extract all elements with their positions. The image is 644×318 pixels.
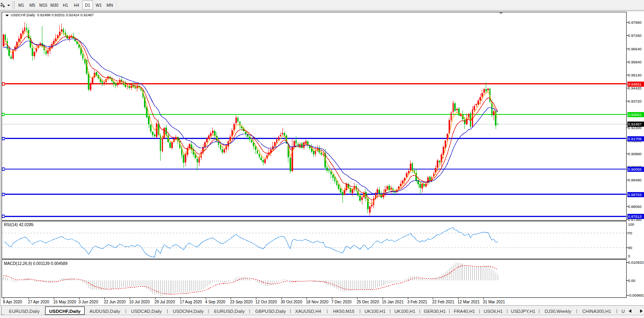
svg-text:W1: W1 xyxy=(96,3,102,8)
svg-text:25 Dec 2020: 25 Dec 2020 xyxy=(357,300,379,304)
svg-text:30 Oct 2020: 30 Oct 2020 xyxy=(281,300,303,304)
svg-text:H1: H1 xyxy=(63,3,68,8)
svg-text:27 Apr 2020: 27 Apr 2020 xyxy=(28,300,49,304)
svg-text:0.93720: 0.93720 xyxy=(628,99,642,103)
svg-text:0.87513: 0.87513 xyxy=(628,214,642,219)
svg-text:UK100,H1: UK100,H1 xyxy=(394,309,415,314)
svg-text:10 Jul 2020: 10 Jul 2020 xyxy=(129,300,150,304)
svg-text:31 Mar 2021: 31 Mar 2021 xyxy=(483,300,506,304)
svg-text:0.97260: 0.97260 xyxy=(628,33,642,38)
svg-text:MACD(12,26,9) 0.001139 0.00458: MACD(12,26,9) 0.001139 0.004589 xyxy=(4,261,68,266)
svg-text:|: | xyxy=(167,308,168,313)
svg-text:30: 30 xyxy=(628,246,633,250)
svg-text:M1: M1 xyxy=(18,3,24,8)
svg-text:0.00: 0.00 xyxy=(628,278,636,283)
svg-text:|: | xyxy=(249,308,250,313)
svg-text:22 Feb 2021: 22 Feb 2021 xyxy=(432,300,455,304)
svg-text:AUDUSD,Daily: AUDUSD,Daily xyxy=(89,309,120,314)
svg-text:CHINA300,H1: CHINA300,H1 xyxy=(582,309,611,314)
svg-text:EURUSD,Daily: EURUSD,Daily xyxy=(9,309,40,314)
svg-text:|: | xyxy=(539,308,540,313)
svg-text:USDCHF,Daily: USDCHF,Daily xyxy=(49,308,81,314)
svg-text:USOil,H1: USOil,H1 xyxy=(484,309,503,314)
svg-text:|: | xyxy=(616,308,617,313)
svg-text:0.92487: 0.92487 xyxy=(628,122,642,126)
svg-text:FRA40,H1: FRA40,H1 xyxy=(454,309,475,314)
svg-text:15 May 2020: 15 May 2020 xyxy=(53,300,76,304)
svg-text:0.90055: 0.90055 xyxy=(628,167,642,171)
svg-text:M15: M15 xyxy=(39,3,47,8)
svg-text:GER30,H1: GER30,H1 xyxy=(424,309,446,314)
svg-text:|: | xyxy=(576,308,578,313)
svg-text:RSI(14) 42.0285: RSI(14) 42.0285 xyxy=(4,223,34,227)
svg-text:USDCHF,Daily 0.92488 0.92531: USDCHF,Daily 0.92488 0.92531 0.92424 0.9… xyxy=(11,13,94,17)
svg-text:0.91709: 0.91709 xyxy=(628,137,642,141)
svg-text:3 Feb 2021: 3 Feb 2021 xyxy=(407,300,428,304)
svg-text:22 Jun 2020: 22 Jun 2020 xyxy=(104,300,126,304)
svg-text:0.97960: 0.97960 xyxy=(628,20,642,25)
svg-text:18 Nov 2020: 18 Nov 2020 xyxy=(306,300,329,304)
svg-text:|: | xyxy=(360,308,361,313)
svg-text:4 Sep 2020: 4 Sep 2020 xyxy=(205,300,226,304)
svg-text:0.95140: 0.95140 xyxy=(628,73,642,77)
svg-text:0.010933: 0.010933 xyxy=(628,260,644,265)
svg-text:M30: M30 xyxy=(50,3,59,8)
svg-text:EURUSD,Daily: EURUSD,Daily xyxy=(214,309,245,314)
svg-text:0.90880: 0.90880 xyxy=(628,152,642,156)
svg-text:0.89480: 0.89480 xyxy=(628,178,642,182)
svg-text:0.94651: 0.94651 xyxy=(628,82,642,86)
svg-text:3 Jun 2020: 3 Jun 2020 xyxy=(79,300,98,304)
svg-text:|: | xyxy=(125,308,127,313)
svg-text:12 Mar 2021: 12 Mar 2021 xyxy=(458,300,480,304)
svg-text:|: | xyxy=(327,308,328,313)
svg-text:29 Jul 2020: 29 Jul 2020 xyxy=(155,300,175,304)
svg-text:|: | xyxy=(507,308,508,313)
svg-text:70: 70 xyxy=(628,231,633,235)
svg-text:23 Sep 2020: 23 Sep 2020 xyxy=(230,300,253,304)
svg-text:UK100,H1: UK100,H1 xyxy=(364,309,385,314)
svg-text:D1: D1 xyxy=(85,3,91,8)
svg-text:0.88060: 0.88060 xyxy=(628,204,642,209)
svg-text:USDCAD,Daily: USDCAD,Daily xyxy=(131,309,162,314)
svg-text:MN: MN xyxy=(106,3,113,8)
svg-text:|: | xyxy=(419,308,420,313)
svg-text:0.93001: 0.93001 xyxy=(628,112,642,117)
svg-text:|: | xyxy=(449,308,450,313)
svg-text:USDJPY,H1: USDJPY,H1 xyxy=(511,309,536,314)
svg-text:|: | xyxy=(290,308,291,313)
svg-text:8 Apr 2020: 8 Apr 2020 xyxy=(3,300,23,304)
svg-text:U: U xyxy=(621,309,625,314)
svg-text:100: 100 xyxy=(628,222,635,227)
svg-text:|: | xyxy=(479,308,480,313)
svg-text:-0.009653: -0.009653 xyxy=(628,293,644,297)
svg-text:0.95840: 0.95840 xyxy=(628,60,642,64)
svg-text:H4: H4 xyxy=(74,3,80,8)
svg-text:0.96540: 0.96540 xyxy=(628,47,642,51)
svg-text:M5: M5 xyxy=(29,3,35,8)
svg-text:17 Aug 2020: 17 Aug 2020 xyxy=(180,300,203,304)
svg-text:|: | xyxy=(208,308,209,313)
svg-text:7 Dec 2020: 7 Dec 2020 xyxy=(331,300,352,304)
svg-text:0: 0 xyxy=(628,254,630,258)
svg-text:XAUUSD,H4: XAUUSD,H4 xyxy=(295,309,321,314)
svg-text:DJ30,Weekly: DJ30,Weekly xyxy=(545,309,572,314)
svg-text:12 Oct 2020: 12 Oct 2020 xyxy=(256,300,277,304)
svg-text:GBPUSD,Daily: GBPUSD,Daily xyxy=(255,309,286,314)
svg-text:USDCNH,Daily: USDCNH,Daily xyxy=(173,309,204,314)
svg-text:|: | xyxy=(390,308,391,313)
svg-text:HK50,M15: HK50,M15 xyxy=(333,309,354,314)
svg-text:15 Jan 2021: 15 Jan 2021 xyxy=(382,300,404,304)
svg-text:0.88703: 0.88703 xyxy=(628,192,642,197)
